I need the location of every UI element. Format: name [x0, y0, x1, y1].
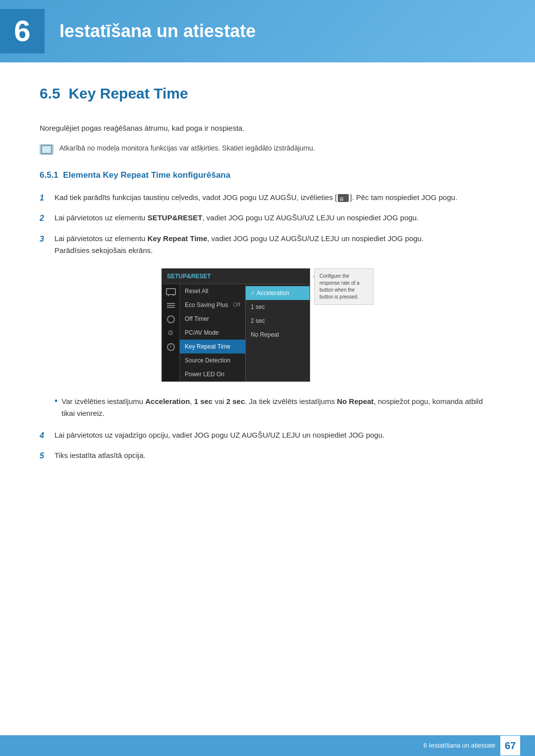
- bullet-section: • Var izvēlēties iestatījumu Acceleratio…: [54, 396, 495, 419]
- step-num-1: 1: [40, 192, 49, 204]
- footer-text: 6 Iestatīšana un atiestate: [424, 741, 495, 751]
- menu-item-label: Power LED On: [185, 370, 224, 379]
- submenu-norepeat: No Repeat: [246, 328, 310, 342]
- menu-item-label: PC/AV Mode: [185, 328, 218, 337]
- bullet-dot: •: [54, 396, 57, 407]
- sidebar-icon-info: i: [165, 343, 176, 352]
- menu-item-value: Off: [233, 301, 240, 309]
- menu-item-source: Source Detection: [180, 353, 245, 367]
- menu-item-label: Eco Saving Plus: [185, 301, 228, 309]
- section-heading: 6.5 Key Repeat Time: [40, 82, 495, 108]
- menu-item-powerled: Power LED On: [180, 367, 245, 381]
- sidebar-icon-lines: [165, 301, 176, 310]
- menu-item-label: Source Detection: [185, 356, 230, 365]
- menu-items-panel: Reset All Eco Saving Plus Off Off Timer …: [180, 284, 245, 381]
- chapter-number: 6: [0, 9, 45, 53]
- step-2: 2 Lai pārvietotos uz elementu SETUP&RESE…: [40, 212, 495, 225]
- menu-item-label: Reset All: [185, 287, 208, 296]
- sidebar-icon-clock: [165, 315, 176, 324]
- bold-key-repeat: Key Repeat Time: [148, 234, 208, 243]
- menu-left-panel: ⚙ i Reset All Eco Saving Plus Of: [162, 284, 310, 381]
- footer: 6 Iestatīšana un atiestate 67: [0, 735, 535, 756]
- bold-1sec: 1 sec: [194, 397, 213, 405]
- step-content-4: Lai pārvietotos uz vajadzīgo opciju, vad…: [54, 429, 495, 441]
- tooltip-callout: Configure the response rate of a button …: [314, 268, 374, 305]
- monitor-icon: [166, 288, 176, 295]
- step-num-5: 5: [40, 450, 49, 462]
- clock-icon: [167, 315, 175, 323]
- screenshot-wrapper: SETUP&RESET: [161, 268, 374, 382]
- step-content-5: Tiks iestatīta atlasītā opcija.: [54, 450, 495, 461]
- lines-icon: [167, 303, 175, 308]
- sidebar-icon-gear: ⚙: [165, 329, 176, 338]
- note-text: Atkarībā no modeļa monitora funkcijas va…: [59, 143, 315, 153]
- menu-item-pcav: PC/AV Mode: [180, 326, 245, 340]
- steps-list: 1 Kad tiek parādīts funkcijas taustiņu c…: [40, 192, 495, 256]
- info-icon: i: [167, 343, 175, 351]
- note-icon: [40, 144, 54, 155]
- step-content-2: Lai pārvietotos uz elementu SETUP&RESET,…: [54, 212, 495, 224]
- monitor-menu: SETUP&RESET: [161, 268, 310, 382]
- step-4: 4 Lai pārvietotos uz vajadzīgo opciju, v…: [40, 429, 495, 442]
- bullet-item: • Var izvēlēties iestatījumu Acceleratio…: [54, 396, 495, 419]
- submenu-1sec: 1 sec: [246, 300, 310, 314]
- step-num-4: 4: [40, 429, 49, 442]
- icon-sidebar: ⚙ i: [162, 284, 180, 381]
- screenshot-container: SETUP&RESET: [40, 268, 495, 382]
- submenu-2sec: 2 sec: [246, 314, 310, 328]
- step-content-3: Lai pārvietotos uz elementu Key Repeat T…: [54, 233, 495, 256]
- bold-norepeat: No Repeat: [337, 397, 374, 405]
- section-body-text: Noregulējiet pogas reaģēšanas ātrumu, ka…: [40, 122, 495, 134]
- step-3: 3 Lai pārvietotos uz elementu Key Repeat…: [40, 233, 495, 256]
- step-content-1: Kad tiek parādīts funkcijas taustiņu ceļ…: [54, 192, 495, 203]
- submenu-panel: Acceleration 1 sec 2 sec No Repeat: [245, 284, 310, 381]
- submenu-acceleration: Acceleration: [246, 286, 310, 300]
- footer-page-number: 67: [500, 736, 520, 756]
- main-content: 6.5 Key Repeat Time Noregulējiet pogas r…: [0, 62, 535, 510]
- step-num-3: 3: [40, 233, 49, 246]
- step-5: 5 Tiks iestatīta atlasītā opcija.: [40, 450, 495, 462]
- bold-2sec: 2 sec: [226, 397, 245, 405]
- note-box: Atkarībā no modeļa monitora funkcijas va…: [40, 143, 495, 155]
- menu-item-offtimer: Off Timer: [180, 312, 245, 326]
- header-banner: 6 Iestatīšana un atiestate: [0, 0, 535, 62]
- menu-header: SETUP&RESET: [162, 269, 310, 284]
- subsection-heading: 6.5.1 Elementa Key Repeat Time konfigurē…: [40, 169, 495, 182]
- step-1: 1 Kad tiek parādīts funkcijas taustiņu c…: [40, 192, 495, 204]
- menu-item-label: Key Repeat Time: [185, 342, 230, 351]
- bold-acceleration: Acceleration: [145, 397, 190, 405]
- menu-item-reset-all: Reset All: [180, 284, 245, 298]
- menu-item-eco: Eco Saving Plus Off: [180, 298, 245, 312]
- bullet-text: Var izvēlēties iestatījumu Acceleration,…: [61, 396, 495, 419]
- menu-item-label: Off Timer: [185, 314, 209, 323]
- sidebar-icon-monitor: [165, 287, 176, 296]
- steps-continued-list: 4 Lai pārvietotos uz vajadzīgo opciju, v…: [40, 429, 495, 462]
- gear-icon: ⚙: [167, 328, 174, 338]
- menu-icon: [338, 194, 349, 202]
- step-num-2: 2: [40, 212, 49, 225]
- chapter-title: Iestatīšana un atiestate: [59, 18, 256, 45]
- bold-setup-reset: SETUP&RESET: [148, 213, 203, 222]
- menu-item-keyrepeat: Key Repeat Time: [180, 340, 245, 353]
